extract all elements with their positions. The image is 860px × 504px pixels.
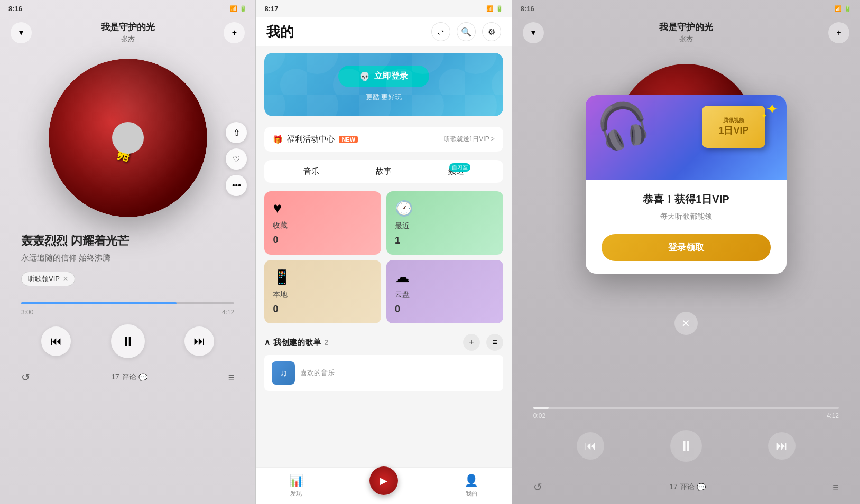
my-header-icons: ⇌ 🔍 ⚙ xyxy=(431,22,501,41)
fav-icon: ♥ xyxy=(273,200,373,217)
add-button-3[interactable]: + xyxy=(828,22,849,43)
status-bar-1: 8:16 📶 🔋 xyxy=(0,0,255,17)
vip-popup-desc: 每天听歌都能领 xyxy=(602,212,771,221)
cloud-icon: ☁ xyxy=(395,268,495,286)
progress-times-3: 0:02 4:12 xyxy=(533,412,839,419)
discover-icon: 📊 xyxy=(289,474,303,488)
popup-close-button[interactable]: ✕ xyxy=(674,312,698,335)
search-btn-2[interactable]: 🔍 xyxy=(457,22,476,41)
login-button[interactable]: 💀 立即登录 xyxy=(338,66,429,87)
bottom-bar-3: ↺ 17 评论 💬 ≡ xyxy=(512,481,860,493)
bottom-tab-bar: 📊 发现 ▶ 👤 我的 xyxy=(256,467,511,504)
settings-btn-2[interactable]: ⚙ xyxy=(482,22,501,41)
tab-channel[interactable]: 频道 自习室 xyxy=(448,166,464,176)
playlist-list-btn[interactable]: ≡ xyxy=(486,334,503,351)
cloud-count: 0 xyxy=(395,304,495,315)
sparkle-small-icon: ✦ xyxy=(761,111,767,121)
login-banner: 💀 立即登录 更酷 更好玩 xyxy=(264,53,503,116)
vip-popup-panel: 8:16 📶 🔋 ▾ 我是守护的光 张杰 + 守护的光 🎧 xyxy=(512,0,860,504)
collection-favorites[interactable]: ♥ 收藏 0 xyxy=(264,191,381,255)
playlist-icon-1[interactable]: ≡ xyxy=(228,371,235,384)
nav-title-3: 我是守护的光 张杰 xyxy=(659,21,713,44)
comment-button-1[interactable]: 17 评论 💬 xyxy=(111,372,147,382)
welfare-card[interactable]: 🎁 福利活动中心 NEW 听歌就送1日VIP > xyxy=(264,127,503,152)
top-nav-3: ▾ 我是守护的光 张杰 + xyxy=(512,17,860,48)
welfare-label: 福利活动中心 xyxy=(287,134,335,144)
collection-recent[interactable]: 🕐 最近 1 xyxy=(386,191,503,255)
playlist-count: 2 xyxy=(324,338,328,347)
time-total-1: 4:12 xyxy=(222,309,234,316)
vip-login-button[interactable]: 登录领取 xyxy=(602,234,771,261)
vip-close-1[interactable]: ✕ xyxy=(63,275,68,283)
more-button-1[interactable]: ••• xyxy=(226,175,247,196)
tab-story[interactable]: 故事 xyxy=(376,166,392,176)
welfare-badge: NEW xyxy=(339,136,358,143)
sparkle-icon: ✦ xyxy=(766,100,778,118)
comment-btn-3[interactable]: 17 评论 💬 xyxy=(669,482,705,492)
controls-3: ⏮ ⏸ ⏭ xyxy=(512,430,860,462)
nav-title-1: 我是守护的光 张杰 xyxy=(101,21,155,44)
collection-local[interactable]: 📱 本地 0 xyxy=(264,260,381,323)
tab-center-button[interactable]: ▶ xyxy=(369,466,398,495)
progress-times-1: 3:00 4:12 xyxy=(21,309,234,316)
vip-badge-1[interactable]: 听歌领VIP ✕ xyxy=(21,272,75,286)
recent-label: 最近 xyxy=(395,221,495,231)
vip-popup-body: 恭喜！获得1日VIP 每天听歌都能领 登录领取 xyxy=(586,180,787,274)
song-title-1: 我是守护的光 xyxy=(101,21,155,33)
time-1: 8:16 xyxy=(8,5,22,13)
playlist-item[interactable]: ♫ 喜欢的音乐 xyxy=(264,355,503,391)
collection-cloud[interactable]: ☁ 云盘 0 xyxy=(386,260,503,323)
playlist-add-btn[interactable]: + xyxy=(463,334,480,351)
music-player-panel: 8:16 📶 🔋 ▾ 我是守护的光 张杰 + 守护的光 ⇧ ♡ ••• xyxy=(0,0,255,504)
add-button-1[interactable]: + xyxy=(224,22,245,43)
repeat-icon-1[interactable]: ↺ xyxy=(21,371,30,384)
mine-label: 我的 xyxy=(466,490,477,498)
back-button-1[interactable]: ▾ xyxy=(11,22,32,43)
time-3: 8:16 xyxy=(521,5,534,13)
playlist-section: ∧ 我创建的歌单 2 + ≡ ♫ 喜欢的音乐 xyxy=(264,330,503,391)
time-total-3: 4:12 xyxy=(827,412,839,419)
repeat-btn-2[interactable]: ⇌ xyxy=(431,22,450,41)
collection-grid: ♥ 收藏 0 🕐 最近 1 📱 本地 0 ☁ 云盘 0 xyxy=(264,191,503,323)
repeat-icon-3[interactable]: ↺ xyxy=(533,481,542,493)
my-header: 我的 ⇌ 🔍 ⚙ xyxy=(256,17,511,46)
prev-button-1[interactable]: ⏮ xyxy=(41,326,71,356)
tab-discover[interactable]: 📊 发现 xyxy=(289,474,303,498)
pause-button-3[interactable]: ⏸ xyxy=(670,430,702,462)
share-button-1[interactable]: ⇧ xyxy=(226,122,247,143)
vip-card-text: 1日VIP xyxy=(718,124,748,137)
back-button-3[interactable]: ▾ xyxy=(523,22,544,43)
tab-mine[interactable]: 👤 我的 xyxy=(464,474,478,498)
song-title-3: 我是守护的光 xyxy=(659,21,713,33)
status-bar-2: 8:17 📶 🔋 xyxy=(256,0,511,17)
my-page-panel: 8:17 📶 🔋 我的 ⇌ 🔍 ⚙ 💀 立即登录 更酷 更好玩 🎁 福利活动中心… xyxy=(256,0,511,504)
next-button-3[interactable]: ⏭ xyxy=(768,432,796,460)
next-button-1[interactable]: ⏭ xyxy=(184,326,214,356)
my-page-title: 我的 xyxy=(266,23,294,41)
progress-area-1: 3:00 4:12 xyxy=(0,292,255,316)
prev-button-3[interactable]: ⏮ xyxy=(577,432,604,460)
pause-button-1[interactable]: ⏸ xyxy=(111,324,145,358)
lyric-main-1: 轰轰烈烈 闪耀着光芒 xyxy=(21,233,224,249)
login-subtitle: 更酷 更好玩 xyxy=(366,92,402,102)
channel-badge: 自习室 xyxy=(449,163,470,172)
fav-count: 0 xyxy=(273,235,373,246)
tab-music[interactable]: 音乐 xyxy=(303,166,319,176)
album-art-1: 守护的光 xyxy=(49,59,207,217)
progress-bar-3[interactable] xyxy=(533,407,839,409)
lyrics-area-1: 轰轰烈烈 闪耀着光芒 永远追随的信仰 始终沸腾 听歌领VIP ✕ xyxy=(0,228,255,292)
like-button-1[interactable]: ♡ xyxy=(226,148,247,170)
mine-icon: 👤 xyxy=(464,474,478,488)
welfare-right: 听歌就送1日VIP > xyxy=(444,135,495,144)
recent-icon: 🕐 xyxy=(395,200,495,217)
playlist-icon-3[interactable]: ≡ xyxy=(833,481,839,493)
progress-bar-1[interactable] xyxy=(21,302,234,304)
artist-name-1: 张杰 xyxy=(101,34,155,44)
cloud-label: 云盘 xyxy=(395,290,495,300)
time-current-1: 3:00 xyxy=(21,309,33,316)
vip-popup: 🎧 腾讯视频 1日VIP ✦ ✦ 恭喜！获得1日VIP 每天听歌都能领 登录领取 xyxy=(586,95,787,274)
fav-label: 收藏 xyxy=(273,221,373,230)
status-icons-1: 📶 🔋 xyxy=(230,5,247,12)
discover-label: 发现 xyxy=(290,490,302,498)
nav-tabs: 音乐 故事 频道 自习室 xyxy=(264,160,503,183)
